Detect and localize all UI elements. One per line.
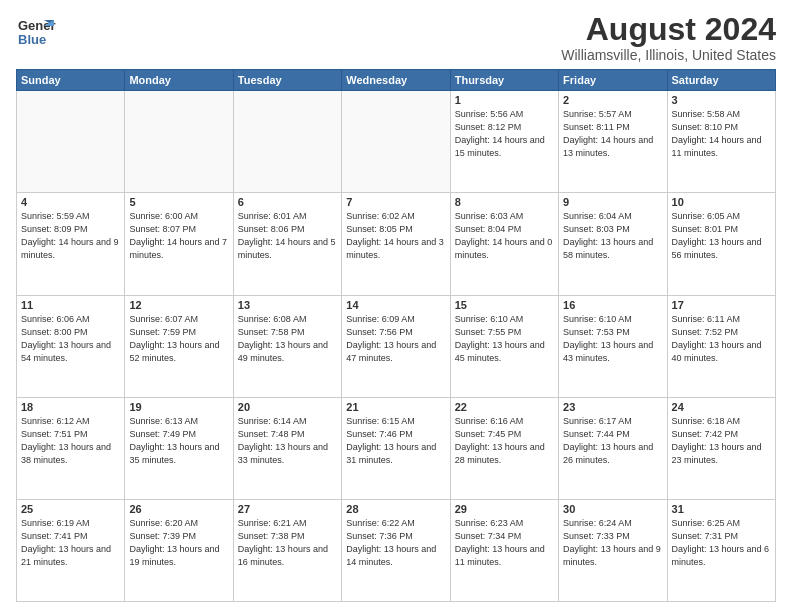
calendar-cell: 20Sunrise: 6:14 AM Sunset: 7:48 PM Dayli… xyxy=(233,397,341,499)
day-info: Sunrise: 6:13 AM Sunset: 7:49 PM Dayligh… xyxy=(129,415,228,467)
day-info: Sunrise: 6:23 AM Sunset: 7:34 PM Dayligh… xyxy=(455,517,554,569)
day-info: Sunrise: 6:25 AM Sunset: 7:31 PM Dayligh… xyxy=(672,517,771,569)
day-number: 1 xyxy=(455,94,554,106)
day-info: Sunrise: 6:10 AM Sunset: 7:53 PM Dayligh… xyxy=(563,313,662,365)
day-number: 10 xyxy=(672,196,771,208)
day-number: 6 xyxy=(238,196,337,208)
day-info: Sunrise: 6:03 AM Sunset: 8:04 PM Dayligh… xyxy=(455,210,554,262)
day-info: Sunrise: 6:16 AM Sunset: 7:45 PM Dayligh… xyxy=(455,415,554,467)
day-number: 30 xyxy=(563,503,662,515)
calendar-cell: 22Sunrise: 6:16 AM Sunset: 7:45 PM Dayli… xyxy=(450,397,558,499)
day-info: Sunrise: 6:09 AM Sunset: 7:56 PM Dayligh… xyxy=(346,313,445,365)
day-info: Sunrise: 6:15 AM Sunset: 7:46 PM Dayligh… xyxy=(346,415,445,467)
day-number: 19 xyxy=(129,401,228,413)
calendar-cell: 31Sunrise: 6:25 AM Sunset: 7:31 PM Dayli… xyxy=(667,499,775,601)
calendar-cell: 23Sunrise: 6:17 AM Sunset: 7:44 PM Dayli… xyxy=(559,397,667,499)
day-info: Sunrise: 6:24 AM Sunset: 7:33 PM Dayligh… xyxy=(563,517,662,569)
svg-text:Blue: Blue xyxy=(18,32,46,47)
calendar-header-row: Sunday Monday Tuesday Wednesday Thursday… xyxy=(17,70,776,91)
day-number: 18 xyxy=(21,401,120,413)
day-info: Sunrise: 6:11 AM Sunset: 7:52 PM Dayligh… xyxy=(672,313,771,365)
calendar-cell: 7Sunrise: 6:02 AM Sunset: 8:05 PM Daylig… xyxy=(342,193,450,295)
logo: General Blue xyxy=(16,12,56,52)
day-number: 21 xyxy=(346,401,445,413)
calendar-cell: 5Sunrise: 6:00 AM Sunset: 8:07 PM Daylig… xyxy=(125,193,233,295)
day-number: 29 xyxy=(455,503,554,515)
header: General Blue August 2024 Williamsville, … xyxy=(16,12,776,63)
day-number: 22 xyxy=(455,401,554,413)
day-number: 15 xyxy=(455,299,554,311)
day-info: Sunrise: 6:05 AM Sunset: 8:01 PM Dayligh… xyxy=(672,210,771,262)
day-info: Sunrise: 6:22 AM Sunset: 7:36 PM Dayligh… xyxy=(346,517,445,569)
day-number: 16 xyxy=(563,299,662,311)
week-row-2: 4Sunrise: 5:59 AM Sunset: 8:09 PM Daylig… xyxy=(17,193,776,295)
calendar-cell: 9Sunrise: 6:04 AM Sunset: 8:03 PM Daylig… xyxy=(559,193,667,295)
day-number: 24 xyxy=(672,401,771,413)
calendar-cell: 17Sunrise: 6:11 AM Sunset: 7:52 PM Dayli… xyxy=(667,295,775,397)
calendar-cell: 6Sunrise: 6:01 AM Sunset: 8:06 PM Daylig… xyxy=(233,193,341,295)
day-number: 28 xyxy=(346,503,445,515)
day-number: 9 xyxy=(563,196,662,208)
title-block: August 2024 Williamsville, Illinois, Uni… xyxy=(561,12,776,63)
day-info: Sunrise: 6:17 AM Sunset: 7:44 PM Dayligh… xyxy=(563,415,662,467)
day-info: Sunrise: 5:56 AM Sunset: 8:12 PM Dayligh… xyxy=(455,108,554,160)
day-number: 3 xyxy=(672,94,771,106)
calendar-cell: 10Sunrise: 6:05 AM Sunset: 8:01 PM Dayli… xyxy=(667,193,775,295)
calendar-cell: 21Sunrise: 6:15 AM Sunset: 7:46 PM Dayli… xyxy=(342,397,450,499)
calendar-cell: 24Sunrise: 6:18 AM Sunset: 7:42 PM Dayli… xyxy=(667,397,775,499)
calendar-cell: 18Sunrise: 6:12 AM Sunset: 7:51 PM Dayli… xyxy=(17,397,125,499)
day-info: Sunrise: 5:58 AM Sunset: 8:10 PM Dayligh… xyxy=(672,108,771,160)
day-info: Sunrise: 6:10 AM Sunset: 7:55 PM Dayligh… xyxy=(455,313,554,365)
day-info: Sunrise: 6:06 AM Sunset: 8:00 PM Dayligh… xyxy=(21,313,120,365)
calendar-cell: 27Sunrise: 6:21 AM Sunset: 7:38 PM Dayli… xyxy=(233,499,341,601)
day-number: 14 xyxy=(346,299,445,311)
col-tuesday: Tuesday xyxy=(233,70,341,91)
calendar-cell xyxy=(125,91,233,193)
col-wednesday: Wednesday xyxy=(342,70,450,91)
day-info: Sunrise: 5:57 AM Sunset: 8:11 PM Dayligh… xyxy=(563,108,662,160)
calendar-cell: 19Sunrise: 6:13 AM Sunset: 7:49 PM Dayli… xyxy=(125,397,233,499)
calendar-cell: 13Sunrise: 6:08 AM Sunset: 7:58 PM Dayli… xyxy=(233,295,341,397)
day-number: 23 xyxy=(563,401,662,413)
calendar-cell: 12Sunrise: 6:07 AM Sunset: 7:59 PM Dayli… xyxy=(125,295,233,397)
calendar-cell: 11Sunrise: 6:06 AM Sunset: 8:00 PM Dayli… xyxy=(17,295,125,397)
day-number: 31 xyxy=(672,503,771,515)
logo-icon: General Blue xyxy=(16,12,56,52)
calendar-cell xyxy=(342,91,450,193)
calendar-cell: 4Sunrise: 5:59 AM Sunset: 8:09 PM Daylig… xyxy=(17,193,125,295)
calendar-cell: 8Sunrise: 6:03 AM Sunset: 8:04 PM Daylig… xyxy=(450,193,558,295)
day-info: Sunrise: 6:14 AM Sunset: 7:48 PM Dayligh… xyxy=(238,415,337,467)
calendar-cell: 14Sunrise: 6:09 AM Sunset: 7:56 PM Dayli… xyxy=(342,295,450,397)
day-number: 17 xyxy=(672,299,771,311)
day-info: Sunrise: 6:08 AM Sunset: 7:58 PM Dayligh… xyxy=(238,313,337,365)
col-sunday: Sunday xyxy=(17,70,125,91)
day-info: Sunrise: 6:19 AM Sunset: 7:41 PM Dayligh… xyxy=(21,517,120,569)
main-title: August 2024 xyxy=(561,12,776,47)
col-monday: Monday xyxy=(125,70,233,91)
calendar-cell: 16Sunrise: 6:10 AM Sunset: 7:53 PM Dayli… xyxy=(559,295,667,397)
day-info: Sunrise: 6:04 AM Sunset: 8:03 PM Dayligh… xyxy=(563,210,662,262)
calendar-table: Sunday Monday Tuesday Wednesday Thursday… xyxy=(16,69,776,602)
day-info: Sunrise: 6:21 AM Sunset: 7:38 PM Dayligh… xyxy=(238,517,337,569)
day-info: Sunrise: 6:12 AM Sunset: 7:51 PM Dayligh… xyxy=(21,415,120,467)
calendar-cell xyxy=(17,91,125,193)
calendar-cell: 1Sunrise: 5:56 AM Sunset: 8:12 PM Daylig… xyxy=(450,91,558,193)
day-number: 27 xyxy=(238,503,337,515)
week-row-3: 11Sunrise: 6:06 AM Sunset: 8:00 PM Dayli… xyxy=(17,295,776,397)
col-thursday: Thursday xyxy=(450,70,558,91)
subtitle: Williamsville, Illinois, United States xyxy=(561,47,776,63)
day-number: 25 xyxy=(21,503,120,515)
week-row-1: 1Sunrise: 5:56 AM Sunset: 8:12 PM Daylig… xyxy=(17,91,776,193)
week-row-5: 25Sunrise: 6:19 AM Sunset: 7:41 PM Dayli… xyxy=(17,499,776,601)
day-number: 2 xyxy=(563,94,662,106)
day-number: 12 xyxy=(129,299,228,311)
day-info: Sunrise: 6:02 AM Sunset: 8:05 PM Dayligh… xyxy=(346,210,445,262)
page: General Blue August 2024 Williamsville, … xyxy=(0,0,792,612)
day-number: 7 xyxy=(346,196,445,208)
week-row-4: 18Sunrise: 6:12 AM Sunset: 7:51 PM Dayli… xyxy=(17,397,776,499)
day-number: 5 xyxy=(129,196,228,208)
calendar-cell: 25Sunrise: 6:19 AM Sunset: 7:41 PM Dayli… xyxy=(17,499,125,601)
day-info: Sunrise: 6:01 AM Sunset: 8:06 PM Dayligh… xyxy=(238,210,337,262)
day-info: Sunrise: 5:59 AM Sunset: 8:09 PM Dayligh… xyxy=(21,210,120,262)
col-saturday: Saturday xyxy=(667,70,775,91)
